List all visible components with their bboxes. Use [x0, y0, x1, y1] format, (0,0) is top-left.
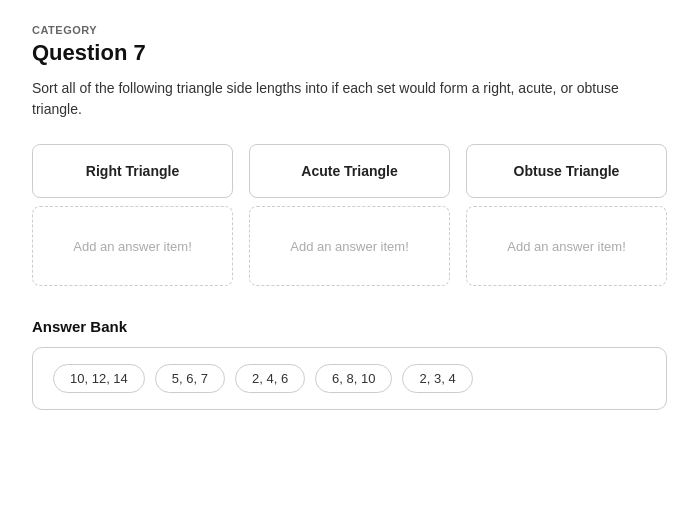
sort-grid: Right TriangleAdd an answer item!Acute T… [32, 144, 667, 286]
sort-column-obtuse: Obtuse TriangleAdd an answer item! [466, 144, 667, 286]
question-description: Sort all of the following triangle side … [32, 78, 667, 120]
answer-bank-container: 10, 12, 145, 6, 72, 4, 66, 8, 102, 3, 4 [32, 347, 667, 410]
sort-header-obtuse: Obtuse Triangle [466, 144, 667, 198]
sort-drop-zone-obtuse[interactable]: Add an answer item! [466, 206, 667, 286]
answer-bank-section: Answer Bank 10, 12, 145, 6, 72, 4, 66, 8… [32, 318, 667, 410]
answer-chip-chip2[interactable]: 5, 6, 7 [155, 364, 225, 393]
answer-chip-chip3[interactable]: 2, 4, 6 [235, 364, 305, 393]
answer-chip-chip4[interactable]: 6, 8, 10 [315, 364, 392, 393]
category-label: CATEGORY [32, 24, 667, 36]
answer-bank-title: Answer Bank [32, 318, 667, 335]
sort-column-right: Right TriangleAdd an answer item! [32, 144, 233, 286]
sort-drop-zone-acute[interactable]: Add an answer item! [249, 206, 450, 286]
sort-header-acute: Acute Triangle [249, 144, 450, 198]
sort-header-right: Right Triangle [32, 144, 233, 198]
sort-drop-zone-right[interactable]: Add an answer item! [32, 206, 233, 286]
question-title: Question 7 [32, 40, 667, 66]
sort-column-acute: Acute TriangleAdd an answer item! [249, 144, 450, 286]
answer-chip-chip5[interactable]: 2, 3, 4 [402, 364, 472, 393]
answer-chip-chip1[interactable]: 10, 12, 14 [53, 364, 145, 393]
